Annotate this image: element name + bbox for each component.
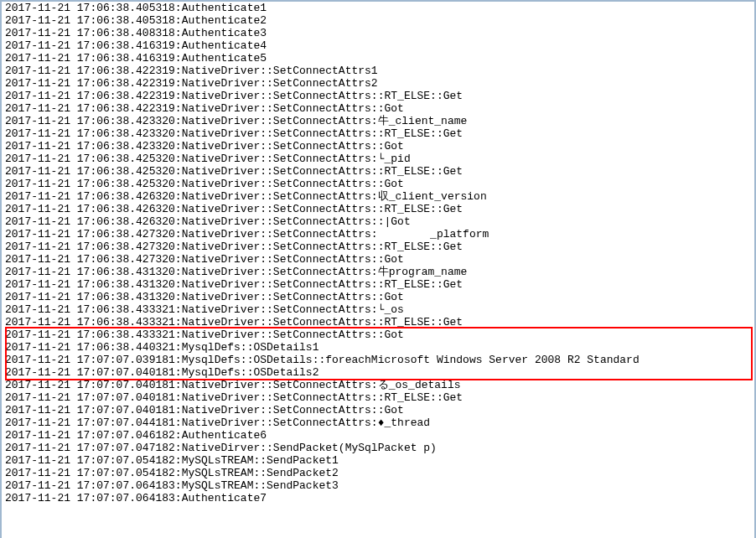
log-line: 2017-11-21 17:07:07.044181:NativeDriver:… [5,416,751,429]
log-container: 2017-11-21 17:06:38.405318:Authenticate1… [5,2,751,504]
log-line: 2017-11-21 17:06:38.423320:NativeDriver:… [5,127,751,140]
log-line: 2017-11-21 17:07:07.039181:MysqlDefs::OS… [5,354,751,366]
log-line: 2017-11-21 17:06:38.433321:NativeDriver:… [5,328,751,341]
log-line: 2017-11-21 17:07:07.064183:MySQLsTREAM::… [5,479,751,492]
log-line: 2017-11-21 17:07:07.047182:NativeDirver:… [5,442,751,454]
log-line: 2017-11-21 17:06:38.440321:MysqlDefs::OS… [5,341,751,354]
log-line: 2017-11-21 17:06:38.422319:NativeDriver:… [5,102,751,115]
log-line: 2017-11-21 17:06:38.426320:NativeDriver:… [5,190,751,203]
log-line: 2017-11-21 17:06:38.427320:NativeDriver:… [5,228,751,241]
log-line: 2017-11-21 17:06:38.423320:NativeDriver:… [5,140,751,153]
log-line: 2017-11-21 17:06:38.433321:NativeDriver:… [5,316,751,328]
log-line: 2017-11-21 17:06:38.433321:NativeDriver:… [5,303,751,316]
log-line: 2017-11-21 17:06:38.427320:NativeDriver:… [5,253,751,266]
log-line: 2017-11-21 17:06:38.425320:NativeDriver:… [5,153,751,165]
log-line: 2017-11-21 17:07:07.064183:Authenticate7 [5,492,751,504]
log-line: 2017-11-21 17:06:38.408318:Authenticate3 [5,27,751,39]
log-line: 2017-11-21 17:06:38.426320:NativeDriver:… [5,203,751,215]
log-line: 2017-11-21 17:06:38.425320:NativeDriver:… [5,178,751,190]
log-line: 2017-11-21 17:06:38.431320:NativeDriver:… [5,266,751,278]
log-line: 2017-11-21 17:07:07.040181:NativeDriver:… [5,404,751,416]
log-line: 2017-11-21 17:07:07.054182:MySQLsTREAM::… [5,467,751,479]
log-line: 2017-11-21 17:06:38.422319:NativeDriver:… [5,65,751,77]
log-line: 2017-11-21 17:06:38.426320:NativeDriver:… [5,215,751,228]
log-line: 2017-11-21 17:07:07.046182:Authenticate6 [5,429,751,442]
log-line: 2017-11-21 17:06:38.422319:NativeDriver:… [5,90,751,102]
log-line: 2017-11-21 17:07:07.054182:MySQLsTREAM::… [5,454,751,467]
log-line: 2017-11-21 17:06:38.422319:NativeDriver:… [5,77,751,90]
log-line: 2017-11-21 17:07:07.040181:NativeDriver:… [5,379,751,391]
log-line: 2017-11-21 17:06:38.405318:Authenticate1 [5,2,751,14]
log-line: 2017-11-21 17:06:38.431320:NativeDriver:… [5,278,751,291]
log-line: 2017-11-21 17:06:38.405318:Authenticate2 [5,14,751,27]
log-line: 2017-11-21 17:06:38.427320:NativeDriver:… [5,241,751,253]
log-line: 2017-11-21 17:06:38.431320:NativeDriver:… [5,291,751,303]
log-viewer[interactable]: 2017-11-21 17:06:38.405318:Authenticate1… [0,0,756,538]
log-line: 2017-11-21 17:07:07.040181:MysqlDefs::OS… [5,366,751,379]
log-line: 2017-11-21 17:07:07.040181:NativeDriver:… [5,391,751,404]
log-line: 2017-11-21 17:06:38.416319:Authenticate5 [5,52,751,65]
log-line: 2017-11-21 17:06:38.423320:NativeDriver:… [5,115,751,127]
log-line: 2017-11-21 17:06:38.416319:Authenticate4 [5,39,751,52]
log-line: 2017-11-21 17:06:38.425320:NativeDriver:… [5,165,751,178]
